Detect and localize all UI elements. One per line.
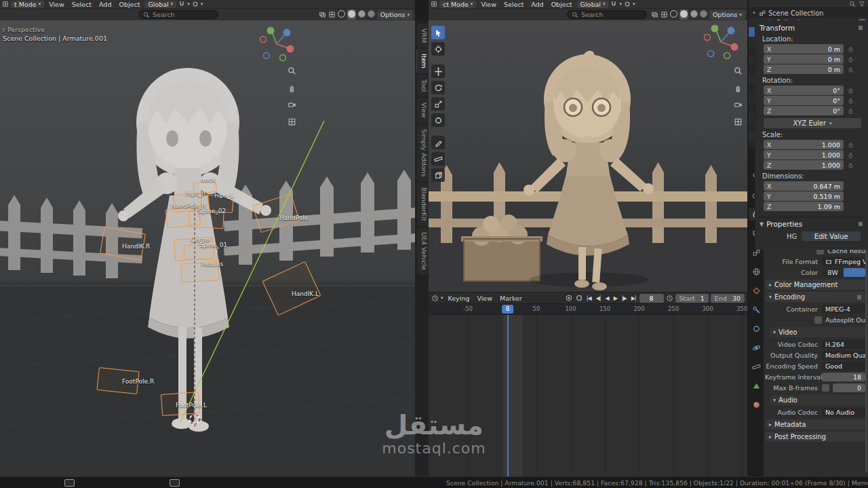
playhead[interactable] — [507, 315, 509, 476]
box-select-tool[interactable] — [431, 26, 445, 39]
zoom-icon[interactable] — [731, 64, 745, 77]
autosplit-checkbox[interactable] — [814, 316, 822, 324]
snap-magnet-icon[interactable] — [178, 1, 185, 7]
menu-add[interactable]: Add — [96, 1, 114, 8]
snap-magnet-icon[interactable] — [610, 1, 617, 7]
lock-icon[interactable] — [846, 56, 854, 62]
scale-x-field[interactable]: X1.000 — [764, 140, 844, 149]
lock-icon[interactable] — [846, 88, 854, 94]
rotation-mode-dropdown[interactable]: XYZ Euler▾ — [764, 118, 861, 128]
timeline-editor-icon[interactable] — [431, 295, 439, 302]
shading-material-icon[interactable] — [690, 10, 698, 18]
jump-to-start-button[interactable]: |◀ — [585, 295, 593, 301]
measure-tool[interactable] — [431, 152, 445, 166]
zoom-icon[interactable] — [285, 64, 298, 77]
viewport-search[interactable]: Search — [138, 10, 218, 19]
section-post-processing[interactable]: ▸Post Processing — [766, 432, 866, 442]
bone-label-hips-r[interactable]: hips_R — [186, 190, 205, 197]
rotation-y-field[interactable]: Y0° — [764, 96, 844, 105]
bone-label-handpole[interactable]: HandPole — [279, 214, 308, 221]
play-button[interactable]: ▶ — [612, 295, 618, 301]
options-button[interactable]: Options▾ — [709, 10, 745, 20]
sidebar-tab-ue4-vehicle[interactable]: UE4 Vehicle — [417, 227, 429, 275]
physics-tab[interactable] — [749, 341, 764, 354]
lock-icon[interactable] — [846, 108, 854, 114]
rotate-tool[interactable] — [431, 81, 445, 94]
constraints-tab[interactable] — [749, 360, 764, 373]
lock-icon[interactable] — [846, 142, 854, 148]
video-codec-dropdown[interactable]: H.264 — [822, 340, 865, 349]
scale-z-field[interactable]: Z1.000 — [764, 160, 844, 170]
editor-type-chevron[interactable]: ▾ — [441, 295, 443, 301]
audio-codec-dropdown[interactable]: No Audio — [822, 408, 865, 417]
lock-icon[interactable] — [846, 67, 854, 73]
shading-wireframe-icon[interactable] — [338, 10, 345, 18]
transform-orientation-selector[interactable]: Global▾ — [577, 1, 609, 8]
sidebar-tab-vrm[interactable]: VRM — [417, 24, 429, 48]
xray-toggle-icon[interactable] — [660, 11, 668, 18]
shading-solid-icon[interactable] — [680, 10, 688, 18]
keyframe-interval-field[interactable]: 18 — [822, 373, 865, 381]
bone-label-footpole-r[interactable]: FootPole.R — [122, 378, 154, 385]
right-3d-viewport[interactable] — [429, 20, 747, 292]
lock-icon[interactable] — [846, 162, 854, 168]
bone-label-handik-r[interactable]: HandIK.R — [122, 243, 150, 250]
section-metadata[interactable]: ▸Metadata — [766, 419, 866, 430]
shading-solid-icon[interactable] — [348, 10, 355, 18]
next-keyframe-button[interactable]: |▶ — [620, 295, 628, 301]
snap-options-chevron[interactable]: ▾ — [619, 1, 622, 7]
rotation-x-field[interactable]: X0° — [764, 86, 844, 95]
shading-wireframe-icon[interactable] — [670, 10, 677, 18]
location-x-field[interactable]: X0 m — [764, 44, 844, 54]
collapsed-panel-box[interactable] — [170, 479, 180, 487]
outliner-row-scene-collection[interactable]: ▾Scene Collection — [749, 8, 868, 18]
scale-tool[interactable] — [431, 97, 445, 111]
shading-rendered-icon[interactable] — [368, 10, 375, 18]
xray-toggle-icon[interactable] — [328, 11, 336, 18]
sidebar-tab-item[interactable]: Item — [416, 49, 429, 73]
left-3d-viewport[interactable]: r Perspective Scene Collection | Armatur… — [0, 20, 415, 476]
move-tool[interactable] — [431, 64, 445, 78]
use-preview-range-icon[interactable] — [666, 295, 673, 302]
menu-view[interactable]: View — [46, 1, 67, 8]
rotation-z-field[interactable]: Z0° — [764, 106, 844, 115]
camera-view-icon[interactable] — [731, 98, 745, 111]
location-y-field[interactable]: Y0 m — [764, 54, 844, 64]
encoding-speed-dropdown[interactable]: Good — [822, 362, 865, 371]
cursor-tool[interactable] — [431, 42, 445, 56]
menu-select[interactable]: Select — [501, 1, 526, 8]
bone-label-hips-l[interactable]: hips_L — [214, 192, 233, 199]
transform-tool[interactable] — [431, 113, 445, 127]
section-encoding[interactable]: ▾Encoding — [766, 292, 866, 302]
current-frame-field[interactable]: 8 — [639, 294, 664, 303]
dimension-y-field[interactable]: Y0.519 m — [764, 191, 844, 201]
collapsed-panel-box[interactable] — [64, 479, 75, 487]
menu-object[interactable]: Object — [116, 1, 142, 8]
bone-label-spine-01[interactable]: Spine_01 — [199, 242, 227, 248]
menu-view[interactable]: View — [478, 1, 499, 8]
timeline-menu-keying[interactable]: Keying — [446, 295, 473, 302]
object-tab[interactable] — [749, 284, 764, 297]
panel-menu-icon[interactable] — [857, 24, 864, 31]
bone-widget[interactable] — [262, 261, 321, 316]
bone-widget[interactable] — [252, 193, 300, 233]
section-color-management[interactable]: ▸Color Management — [766, 280, 866, 290]
section-audio[interactable]: ▾Audio — [770, 395, 866, 405]
panel-menu-icon[interactable] — [857, 221, 864, 227]
lock-icon[interactable] — [846, 46, 854, 52]
dimension-z-field[interactable]: Z1.09 m — [764, 202, 844, 211]
output-quality-dropdown[interactable]: Medium Quality — [822, 351, 865, 360]
max-b-frames-field[interactable]: 0 — [833, 383, 865, 392]
frame-start-field[interactable]: Start1 — [675, 294, 709, 303]
world-tab[interactable] — [749, 265, 764, 278]
modifiers-tab[interactable] — [749, 303, 764, 316]
timeline-area[interactable] — [429, 315, 747, 476]
jump-to-end-button[interactable]: ▶| — [630, 295, 637, 301]
proportional-options-chevron[interactable]: ▾ — [201, 1, 203, 7]
ortho-toggle-icon[interactable] — [285, 115, 298, 128]
bone-label-footpole-l[interactable]: FootPole.L — [176, 402, 207, 409]
timeline-menu-marker[interactable]: Marker — [497, 295, 525, 302]
transform-orientation-selector[interactable]: Global▾ — [144, 1, 176, 8]
particles-tab[interactable] — [749, 322, 764, 335]
annotate-tool[interactable] — [431, 136, 445, 149]
